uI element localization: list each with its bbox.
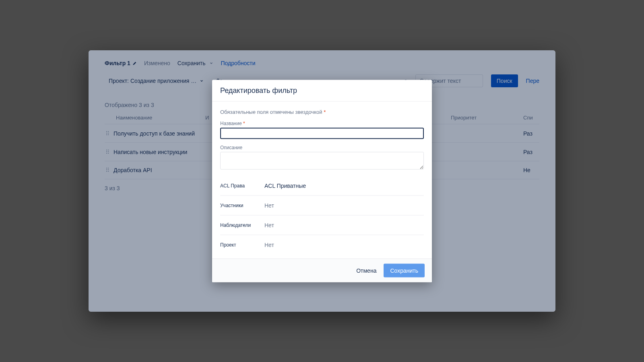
kv-key: Наблюдатели: [220, 222, 264, 228]
name-label-text: Название: [220, 121, 242, 126]
kv-key: Участники: [220, 203, 264, 208]
edit-filter-modal: Редактировать фильтр Обязательные поля о…: [212, 80, 432, 282]
required-hint: Обязательные поля отмечены звездочкой *: [220, 109, 424, 115]
description-label: Описание: [220, 145, 424, 150]
kv-val: Нет: [264, 202, 274, 209]
save-button[interactable]: Сохранить: [384, 264, 425, 278]
main-window: Фильтр 1 Изменено Сохранить Подробности …: [89, 50, 555, 312]
required-hint-text: Обязательные поля отмечены звездочкой: [220, 109, 322, 115]
kv-key: ACL Права: [220, 183, 264, 189]
kv-row-watchers[interactable]: Наблюдатели Нет: [220, 216, 424, 235]
kv-list: ACL Права ACL Приватные Участники Нет На…: [220, 176, 424, 255]
kv-val: Нет: [264, 222, 274, 228]
kv-key: Проект: [220, 242, 264, 248]
asterisk-icon: *: [324, 109, 326, 115]
kv-row-participants[interactable]: Участники Нет: [220, 196, 424, 216]
name-input[interactable]: [220, 128, 424, 139]
asterisk-icon: *: [243, 121, 245, 126]
name-label: Название *: [220, 121, 424, 126]
cancel-button[interactable]: Отмена: [356, 267, 376, 274]
kv-row-acl[interactable]: ACL Права ACL Приватные: [220, 176, 424, 196]
description-textarea[interactable]: [220, 152, 424, 170]
kv-val: ACL Приватные: [264, 183, 306, 189]
modal-title: Редактировать фильтр: [212, 80, 432, 101]
modal-footer: Отмена Сохранить: [212, 259, 432, 282]
kv-row-project[interactable]: Проект Нет: [220, 235, 424, 255]
modal-body: Обязательные поля отмечены звездочкой * …: [212, 102, 432, 259]
kv-val: Нет: [264, 242, 274, 248]
